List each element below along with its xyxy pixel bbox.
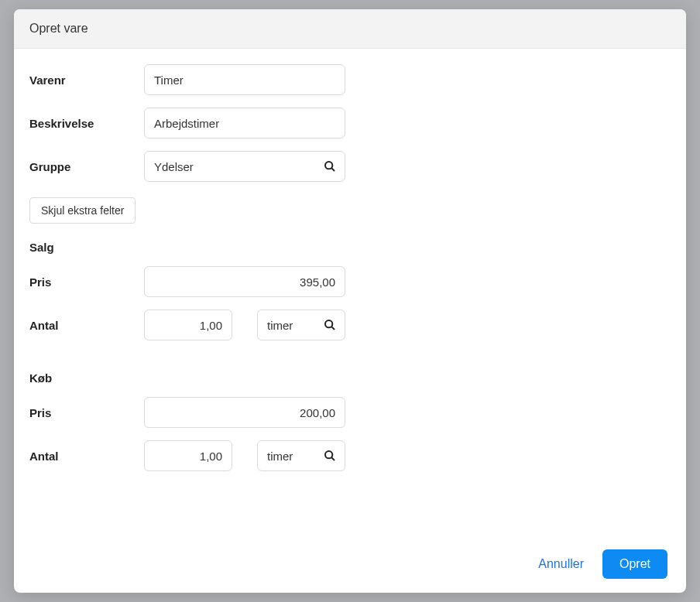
sales-heading: Salg: [29, 241, 671, 254]
sales-price-input[interactable]: [144, 266, 345, 297]
purchase-price-input[interactable]: [144, 397, 345, 428]
modal-header: Opret vare: [14, 9, 686, 49]
cancel-button[interactable]: Annuller: [535, 551, 587, 577]
description-label: Beskrivelse: [29, 117, 144, 130]
sales-qty-input[interactable]: [144, 310, 232, 340]
itemno-label: Varenr: [29, 74, 144, 87]
purchase-qty-label: Antal: [29, 450, 144, 463]
sales-price-label: Pris: [29, 275, 144, 289]
submit-button[interactable]: Opret: [602, 549, 667, 579]
sales-qty-label: Antal: [29, 319, 144, 332]
group-label: Gruppe: [29, 160, 144, 173]
create-item-modal: Opret vare Varenr Beskrivelse Gruppe Skj…: [14, 9, 686, 593]
modal-footer: Annuller Opret: [14, 535, 686, 593]
purchase-heading: Køb: [29, 371, 671, 385]
purchase-price-label: Pris: [29, 406, 144, 419]
purchase-unit-lookup-input[interactable]: [257, 440, 345, 471]
modal-title: Opret vare: [29, 22, 671, 36]
purchase-qty-input[interactable]: [144, 440, 232, 471]
description-input[interactable]: [144, 108, 345, 139]
itemno-input[interactable]: [144, 64, 345, 95]
group-lookup-input[interactable]: [144, 151, 345, 182]
sales-unit-lookup-input[interactable]: [257, 310, 345, 340]
modal-body: Varenr Beskrivelse Gruppe Skjul ekstra f…: [14, 49, 686, 535]
toggle-extra-fields-button[interactable]: Skjul ekstra felter: [29, 197, 136, 224]
